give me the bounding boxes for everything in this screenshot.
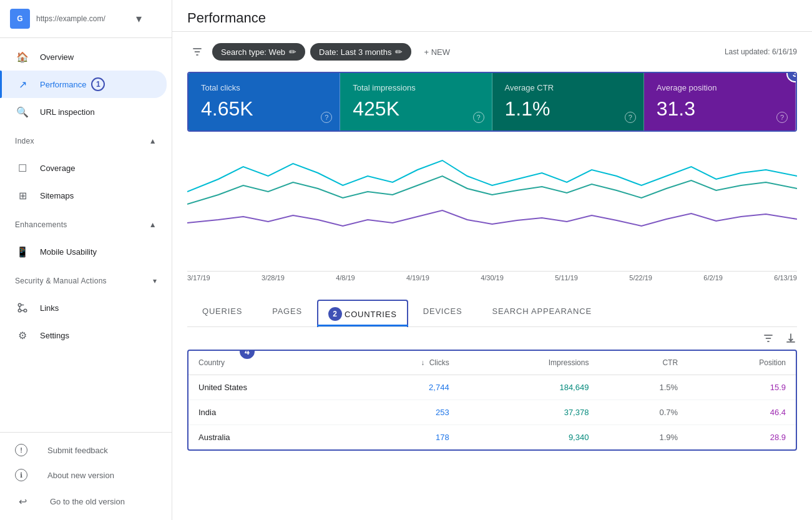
metrics-cards: Total clicks 4.65K ? Total impressions 4… [187,72,797,132]
tabs-bar: QUERIES PAGES 2 COUNTRIES DEVICES SEARCH… [187,299,797,327]
cell-ctr: 1.9% [599,425,688,450]
sidebar-item-label: Settings [40,331,69,340]
filter-icon-button[interactable] [187,42,207,62]
metric-label: Total impressions [353,83,479,92]
x-label: 4/19/19 [406,274,429,282]
col-impressions: Impressions [459,351,599,375]
col-position: Position [688,351,796,375]
mobile-icon: 📱 [15,244,30,259]
page-header: Performance [172,0,812,32]
main-body: Search type: Web ✏ Date: Last 3 months ✏… [172,32,812,520]
cell-impressions: 184,649 [459,375,599,400]
col-country: Country [188,351,348,375]
sidebar-item-label: Coverage [40,164,75,173]
cell-position: 46.4 [688,400,796,425]
tab-countries[interactable]: 2 COUNTRIES [317,299,408,326]
date-label: Date: Last 3 months [319,47,391,57]
sidebar-item-label: Links [40,303,59,313]
cell-ctr: 1.5% [599,375,688,400]
metric-value: 1.1% [505,97,631,120]
tab-queries[interactable]: QUERIES [187,299,257,326]
edit-date-icon: ✏ [395,47,403,57]
feedback-icon: ! [15,444,27,456]
new-label: + NEW [424,47,450,57]
tab-search-appearance[interactable]: SEARCH APPEARANCE [477,299,607,326]
metric-total-impressions[interactable]: Total impressions 425K ? [340,73,492,130]
x-label: 4/30/19 [481,274,504,282]
sidebar-item-sitemaps[interactable]: ⊞ Sitemaps [0,182,167,209]
new-button[interactable]: + NEW [416,44,457,61]
table-row: United States 2,744 184,649 1.5% 15.9 [188,375,796,400]
metric-value: 4.65K [201,97,327,120]
index-nav-section: ☐ Coverage ⊞ Sitemaps [0,149,172,214]
x-label: 6/2/19 [703,274,723,282]
svg-point-0 [18,303,21,307]
tab-label: COUNTRIES [345,310,397,319]
security-section-label: Security & Manual Actions [15,277,107,285]
metric-help-icon[interactable]: ? [321,112,332,123]
countries-table: Country ↓ Clicks Impressions CTR Positio… [188,351,796,449]
col-clicks[interactable]: ↓ Clicks [348,351,459,375]
metric-average-position[interactable]: Average position 31.3 ? [644,73,796,130]
sidebar-item-url-inspection[interactable]: 🔍 URL inspection [0,98,167,125]
tab-devices[interactable]: DEVICES [408,299,477,326]
sidebar-item-label: URL inspection [40,107,95,117]
sidebar-item-coverage[interactable]: ☐ Coverage [0,154,167,182]
submit-feedback-item[interactable]: ! Submit feedback [0,438,172,463]
table-toolbar [187,327,797,350]
x-label: 4/8/19 [336,274,355,282]
go-to-old-version-label: Go to the old version [50,497,125,506]
sidebar-item-links[interactable]: Links [0,294,167,321]
page-title: Performance [187,10,266,26]
cell-impressions: 37,378 [459,400,599,425]
sidebar-item-label: Overview [40,52,74,62]
sidebar: G https://example.com/ ▾ 🏠 Overview ↗ Pe… [0,0,172,520]
table-filter-icon[interactable] [762,332,775,345]
metric-total-clicks[interactable]: Total clicks 4.65K ? [188,73,340,130]
cell-country: India [188,400,348,425]
enhancements-section-label: Enhancements [15,220,67,229]
sidebar-item-label: Performance [40,80,86,89]
metric-help-icon[interactable]: ? [776,112,788,123]
search-type-filter[interactable]: Search type: Web ✏ [212,43,305,61]
about-new-version-item[interactable]: ℹ About new version [0,463,172,488]
property-chevron-icon[interactable]: ▾ [136,12,142,26]
tab-pages[interactable]: PAGES [257,299,317,326]
edit-filter-icon: ✏ [289,47,296,57]
enhancements-section-header[interactable]: Enhancements ▲ [0,214,172,233]
sidebar-logo[interactable]: G https://example.com/ ▾ [0,0,172,38]
date-filter[interactable]: Date: Last 3 months ✏ [310,43,411,61]
metric-help-icon[interactable]: ? [473,112,484,123]
metric-average-ctr[interactable]: Average CTR 1.1% ? [492,73,644,130]
tab-label: DEVICES [423,307,462,316]
toolbar: Search type: Web ✏ Date: Last 3 months ✏… [187,42,797,62]
sidebar-item-mobile-usability[interactable]: 📱 Mobile Usability [0,238,167,265]
table-row: India 253 37,378 0.7% 46.4 [188,400,796,425]
data-table-wrapper: 4 Country ↓ Clicks Impressions CTR Posit… [187,350,797,451]
cell-country: Australia [188,425,348,450]
svg-point-1 [24,309,27,312]
sitemaps-icon: ⊞ [15,188,30,203]
cell-country: United States [188,375,348,400]
countries-tab-wrapper: 2 COUNTRIES [317,300,408,327]
submit-feedback-label: Submit feedback [47,446,108,455]
table-download-icon[interactable] [785,332,797,345]
sidebar-item-settings[interactable]: ⚙ Settings [0,321,167,349]
go-to-old-version-item[interactable]: ↩ Go to the old version [0,488,172,515]
sidebar-item-performance[interactable]: ↗ Performance 1 [0,71,167,98]
cell-clicks: 178 [348,425,459,450]
main-content: Performance Search type: Web ✏ Date: Las… [172,0,812,520]
tab-label: QUERIES [202,307,242,316]
links-settings-section: Links ⚙ Settings [0,289,172,354]
metric-help-icon[interactable]: ? [625,112,636,123]
cell-position: 28.9 [688,425,796,450]
annotation-1-badge: 1 [91,77,105,91]
index-section-header[interactable]: Index ▲ [0,130,172,149]
security-section-header[interactable]: Security & Manual Actions ▾ [0,270,172,289]
about-new-version-label: About new version [47,471,114,480]
cell-position: 15.9 [688,375,796,400]
sidebar-item-overview[interactable]: 🏠 Overview [0,43,167,71]
tab-label: PAGES [272,307,302,316]
metric-value: 31.3 [657,97,783,120]
annotation-2-badge: 2 [328,307,342,321]
